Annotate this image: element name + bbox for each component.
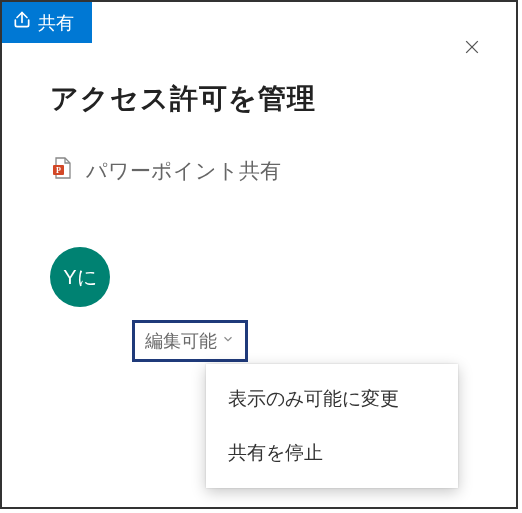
share-ribbon-button[interactable]: 共有 — [2, 2, 92, 43]
svg-text:P: P — [56, 166, 61, 175]
dialog-content: アクセス許可を管理 P パワーポイント共有 Yに — [2, 2, 516, 307]
chevron-down-icon — [221, 332, 235, 350]
avatar-initials: Yに — [63, 264, 96, 291]
permission-dropdown-menu: 表示のみ可能に変更 共有を停止 — [206, 364, 458, 488]
permission-dropdown-label: 編集可能 — [145, 329, 217, 353]
dialog-frame: 共有 アクセス許可を管理 P パワーポイント共有 Yに — [0, 0, 518, 509]
file-name: パワーポイント共有 — [86, 157, 281, 185]
menu-item-change-to-view[interactable]: 表示のみ可能に変更 — [206, 372, 458, 426]
close-button[interactable] — [456, 32, 488, 64]
file-row[interactable]: P パワーポイント共有 — [50, 156, 468, 185]
permission-dropdown[interactable]: 編集可能 — [132, 320, 248, 362]
menu-item-stop-sharing[interactable]: 共有を停止 — [206, 426, 458, 480]
menu-item-label: 共有を停止 — [228, 442, 323, 463]
close-icon — [462, 37, 482, 60]
share-arrow-icon — [12, 10, 32, 35]
dialog-title: アクセス許可を管理 — [50, 80, 468, 118]
menu-item-label: 表示のみ可能に変更 — [228, 388, 399, 409]
user-avatar[interactable]: Yに — [50, 247, 110, 307]
powerpoint-file-icon: P — [50, 156, 74, 185]
share-ribbon-label: 共有 — [38, 11, 74, 35]
